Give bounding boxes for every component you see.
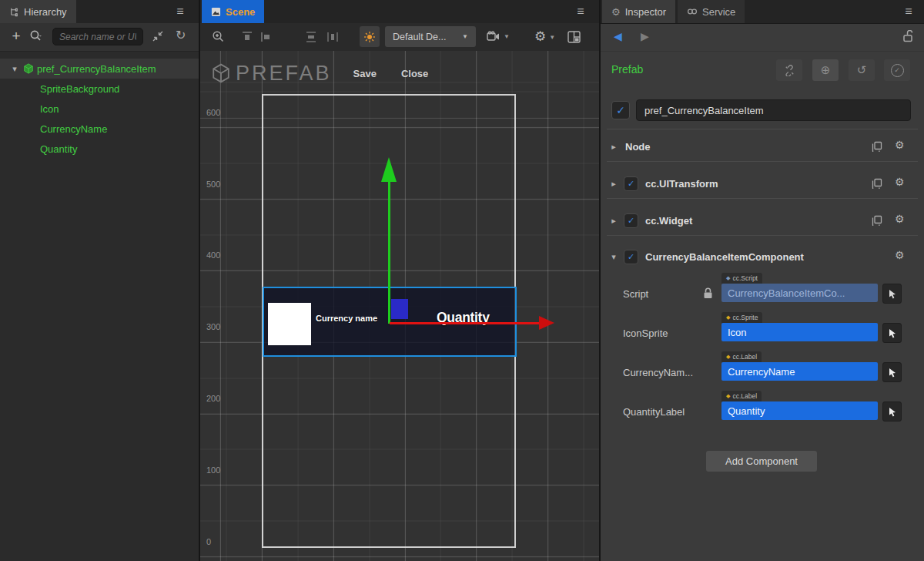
- ruler-label: 300: [206, 322, 220, 331]
- prefab-revert-button[interactable]: ↺: [849, 59, 875, 81]
- nav-forward-icon[interactable]: ▶: [641, 30, 649, 42]
- tree-item[interactable]: Icon: [0, 99, 199, 119]
- search-input[interactable]: [52, 28, 143, 45]
- caret-right-icon[interactable]: ▸: [608, 142, 619, 152]
- tab-inspector[interactable]: ⚙ Inspector: [602, 0, 675, 23]
- node-name-input[interactable]: [636, 99, 911, 121]
- reference-value: Quantity: [728, 405, 765, 417]
- caret-right-icon[interactable]: ▸: [608, 179, 619, 189]
- prefab-locate-button[interactable]: ⊕: [812, 59, 839, 81]
- prefab-close-button[interactable]: Close: [401, 68, 428, 79]
- copy-values-icon[interactable]: [872, 178, 882, 189]
- tree-item[interactable]: SpriteBackground: [0, 79, 199, 99]
- tab-service-label: Service: [702, 6, 735, 18]
- expand-caret-icon[interactable]: ▾: [9, 64, 20, 74]
- scene-menu-icon[interactable]: ≡: [571, 3, 590, 20]
- gizmo-y-axis[interactable]: [388, 180, 390, 324]
- tree-item-root[interactable]: ▾ pref_CurrencyBalanceItem: [0, 59, 199, 79]
- prefab-state-label: Prefab: [611, 63, 643, 76]
- prefab-unlink-button[interactable]: [776, 59, 802, 81]
- node-picker-button[interactable]: [882, 401, 902, 422]
- caret-right-icon[interactable]: ▸: [608, 216, 619, 226]
- section-gear-icon[interactable]: ⚙: [895, 176, 905, 188]
- tab-service[interactable]: Service: [678, 0, 745, 23]
- gizmo-xy-plane-handle[interactable]: [391, 299, 408, 319]
- dropdown-arrow-icon: ▼: [462, 33, 468, 40]
- camera-menu[interactable]: ▼: [487, 31, 510, 42]
- type-badge: ◆ cc.Label: [721, 391, 762, 401]
- prefab-apply-button[interactable]: ✓: [884, 59, 910, 81]
- align-left-icon[interactable]: [260, 31, 273, 43]
- prefab-save-button[interactable]: Save: [353, 68, 377, 79]
- label-diamond-icon: ◆: [726, 393, 730, 399]
- inspector-menu-icon[interactable]: ≡: [899, 3, 918, 20]
- prefab-edit-bar: PREFAB Save Close: [200, 58, 428, 89]
- node-picker-button[interactable]: [882, 323, 902, 343]
- hierarchy-tree: ▾ pref_CurrencyBalanceItem SpriteBackgro…: [0, 59, 199, 159]
- section-widget[interactable]: ▸ ✓ cc.Widget ⚙: [601, 209, 924, 232]
- section-node[interactable]: ▸ Node ⚙: [601, 135, 924, 158]
- component-enabled-checkbox[interactable]: ✓: [624, 250, 638, 264]
- scene-settings-menu[interactable]: ⚙ ▼: [534, 29, 555, 45]
- node-picker-button[interactable]: [882, 284, 902, 304]
- icon-sprite-placeholder[interactable]: [268, 303, 311, 345]
- distribute-vertical-icon[interactable]: [305, 31, 317, 43]
- search-filter-icon[interactable]: [29, 29, 43, 43]
- component-enabled-checkbox[interactable]: ✓: [624, 176, 638, 191]
- copy-values-icon[interactable]: [872, 141, 882, 152]
- align-top-icon[interactable]: [241, 31, 253, 43]
- section-uitransform[interactable]: ▸ ✓ cc.UITransform ⚙: [601, 172, 924, 195]
- inspector-gear-icon: ⚙: [611, 6, 621, 18]
- tree-item[interactable]: CurrencyName: [0, 119, 199, 139]
- scene-image-icon: [211, 7, 221, 17]
- section-gear-icon[interactable]: ⚙: [895, 139, 905, 151]
- add-component-button[interactable]: Add Component: [706, 451, 817, 472]
- distribute-horizontal-icon[interactable]: [326, 31, 339, 43]
- tab-inspector-label: Inspector: [625, 6, 666, 18]
- section-gear-icon[interactable]: ⚙: [895, 249, 905, 261]
- script-reference-field[interactable]: CurrencyBalanceItemCo...: [721, 284, 878, 302]
- gizmo-y-axis-arrow-icon[interactable]: [381, 157, 397, 182]
- copy-values-icon[interactable]: [872, 215, 882, 226]
- prefab-cube-icon: [23, 63, 34, 74]
- refresh-icon[interactable]: ↻: [176, 28, 186, 42]
- gizmo-x-axis-arrow-icon[interactable]: [539, 316, 554, 330]
- add-node-button[interactable]: +: [8, 27, 25, 45]
- tree-item-label: SpriteBackground: [40, 83, 119, 95]
- quantity-reference-field[interactable]: Quantity: [721, 401, 878, 420]
- ruler-label: 0: [206, 537, 211, 546]
- tab-scene[interactable]: Scene: [202, 0, 264, 23]
- tab-scene-label: Scene: [226, 6, 255, 18]
- collapse-all-icon[interactable]: [152, 30, 164, 42]
- service-link-icon: [687, 7, 698, 16]
- separator: [607, 129, 918, 129]
- check-icon: ✓: [616, 104, 625, 116]
- zoom-icon[interactable]: [212, 30, 226, 44]
- ruler-label: 500: [206, 180, 220, 189]
- gizmo-x-axis[interactable]: [390, 322, 541, 324]
- section-gear-icon[interactable]: ⚙: [895, 213, 905, 225]
- unlock-icon[interactable]: [902, 30, 914, 42]
- tab-hierarchy[interactable]: Hierarchy: [0, 0, 76, 23]
- section-currency-balance-item-component[interactable]: ▾ ✓ CurrencyBalanceItemComponent ⚙: [601, 245, 924, 268]
- type-badge: ◆ cc.Script: [721, 273, 762, 284]
- ruler-label: 400: [206, 250, 220, 260]
- currency-name-reference-field[interactable]: CurrencyName: [721, 362, 878, 381]
- component-enabled-checkbox[interactable]: ✓: [624, 213, 638, 228]
- gizmo-light-button[interactable]: [360, 26, 380, 47]
- layout-grid-icon[interactable]: [567, 31, 581, 43]
- tree-item[interactable]: Quantity: [0, 139, 199, 159]
- node-picker-button[interactable]: [882, 362, 902, 382]
- nav-back-icon[interactable]: ◀: [614, 30, 622, 42]
- scene-canvas[interactable]: PREFAB Save Close 600 500 400 300 200 10…: [200, 51, 599, 561]
- property-label: IconSprite: [623, 328, 668, 339]
- device-dropdown[interactable]: Default De... ▼: [385, 26, 476, 47]
- scene-panel: Scene ≡ Default De... ▼ ▼ ⚙: [200, 0, 599, 561]
- hierarchy-menu-icon[interactable]: ≡: [171, 3, 189, 20]
- scene-tabbar: Scene ≡: [200, 0, 599, 24]
- node-active-checkbox[interactable]: ✓: [611, 101, 630, 119]
- icon-sprite-reference-field[interactable]: Icon: [721, 323, 878, 341]
- caret-down-icon[interactable]: ▾: [608, 252, 619, 262]
- reference-value: Icon: [728, 327, 747, 338]
- section-title: cc.Widget: [645, 215, 692, 227]
